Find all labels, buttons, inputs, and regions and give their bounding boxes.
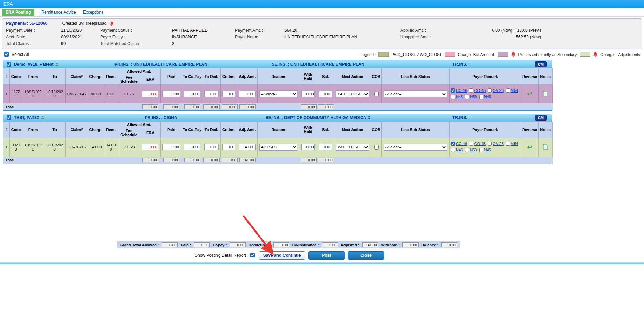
cm-button[interactable]: CM — [535, 115, 547, 121]
tab-era-posting[interactable]: ERA Posting — [2, 9, 34, 16]
payer-remark-link[interactable]: CO-45 — [474, 142, 485, 146]
payer-remark-link[interactable]: OA-23 — [493, 88, 504, 93]
cell-from: 10/19/2020 — [22, 138, 44, 157]
payer-remark-link[interactable]: N45 — [456, 148, 463, 152]
to-copay-input[interactable] — [184, 91, 200, 97]
total-era: 0.00 — [142, 104, 158, 109]
reason-select[interactable]: ADJ SFS — [259, 144, 298, 151]
payer-name-value: UNITEDHEALTHCARE EMPIRE PLAN — [284, 35, 400, 39]
cob-checkbox[interactable] — [374, 145, 379, 150]
payer-remark-checkbox[interactable] — [451, 142, 455, 146]
tab-remittance-advice[interactable]: Remittance Advice — [41, 10, 76, 16]
post-button[interactable]: Post — [308, 251, 345, 260]
claim-select-checkbox[interactable] — [7, 62, 11, 67]
payer-remark-checkbox[interactable] — [469, 142, 473, 146]
adj-amt-input[interactable] — [239, 144, 256, 150]
col-header-era: ERA — [140, 128, 161, 138]
summary-coinsurance-label: Co-Insurance : — [292, 243, 319, 247]
payer-remark-checkbox[interactable] — [469, 88, 473, 93]
adj-amt-input[interactable] — [239, 91, 256, 97]
era-input[interactable] — [142, 144, 158, 150]
payer-remark-checkbox[interactable] — [488, 88, 492, 93]
next-action-select[interactable]: PAID_CLOSE — [336, 90, 369, 97]
total-label: Total — [3, 157, 140, 164]
claim-header: TEST, PAT32 PR.INS. : CIGNA SE.INS. : DE… — [3, 114, 552, 122]
acct-date-label: Acct. Date : — [6, 35, 61, 39]
era-input[interactable] — [142, 91, 158, 97]
paid-input[interactable] — [162, 144, 180, 150]
co-ins-input[interactable] — [222, 91, 236, 97]
payer-remark-checkbox[interactable] — [479, 148, 483, 152]
col-header-payer-remark: Payer Remark — [450, 122, 521, 138]
bal-input[interactable] — [319, 91, 333, 97]
show-report-checkbox[interactable] — [250, 253, 255, 257]
payer-remark-link[interactable]: CO-16 — [456, 142, 467, 146]
tab-exceptions[interactable]: Exceptions — [83, 10, 104, 16]
reason-select[interactable]: --Select-- — [259, 90, 298, 97]
save-and-continue-button[interactable]: Save and Continue — [259, 251, 305, 260]
payer-remark-checkbox[interactable] — [506, 142, 510, 146]
payer-remark-checkbox[interactable] — [465, 95, 469, 99]
secondary-insurance-label: SE.INS. : DEPT OF COMMUNITY HLTH GA MEDI… — [227, 115, 409, 120]
to-copay-input[interactable] — [184, 144, 200, 150]
next-action-select[interactable]: WO_CLOSE — [336, 144, 369, 151]
notes-icon[interactable] — [543, 91, 548, 96]
with-hold-input[interactable] — [301, 144, 315, 150]
line-sub-status-select[interactable]: --Select-- — [384, 144, 447, 151]
col-header-charge: Charge — [88, 122, 104, 138]
to-ded-input[interactable] — [204, 91, 219, 97]
payer-remark-checkbox[interactable] — [451, 88, 455, 93]
payer-remark-checkbox[interactable] — [488, 142, 492, 146]
col-header-claim: Claim# — [66, 122, 88, 138]
col-header-allowed: Allowed Amt. — [118, 122, 161, 128]
line-sub-status-select[interactable]: --Select-- — [384, 90, 447, 97]
payer-remark-checkbox[interactable] — [479, 95, 483, 99]
summary-adjusted-value: 141.00 — [362, 242, 378, 247]
grand-total-allowed-label: Grand Total Allowed : — [120, 243, 159, 247]
reverse-icon[interactable]: ↩ — [527, 90, 532, 97]
payer-remark-link[interactable]: N45 — [456, 95, 463, 99]
with-hold-input[interactable] — [301, 91, 315, 97]
payment-date-label: Payment Date : — [6, 28, 61, 33]
payer-remark-link[interactable]: CO-16 — [456, 88, 467, 93]
notes-icon[interactable] — [543, 144, 548, 150]
total-bal: 0.00 — [318, 104, 334, 109]
payer-remark-link[interactable]: M54 — [511, 88, 518, 93]
cell-claim-no: PML-11647 — [66, 85, 88, 103]
col-header-num: # — [3, 122, 10, 138]
payer-remark-checkbox[interactable] — [451, 148, 455, 152]
col-header-code: Code — [10, 68, 22, 85]
cm-button[interactable]: CM — [535, 61, 547, 67]
payer-remark-link[interactable]: N59 — [470, 95, 477, 99]
total-paid: 0.00 — [163, 104, 179, 109]
payer-remark-link[interactable]: N45 — [484, 95, 491, 99]
cell-fee-schedule: 51.75 — [118, 85, 140, 103]
grand-total-allowed-value: 0.00 — [162, 242, 178, 247]
col-header-to-copay: To Co-Pay — [182, 68, 202, 85]
col-header-notes: Notes — [539, 68, 553, 85]
paid-input[interactable] — [162, 91, 180, 97]
payer-remark-link[interactable]: OA-23 — [493, 142, 504, 146]
claim-select-checkbox[interactable] — [7, 115, 11, 120]
col-header-bal: Bal. — [317, 68, 334, 85]
to-ded-input[interactable] — [204, 144, 219, 150]
total-claims-label: Total Claims : — [6, 41, 61, 46]
claim-total-row: Total 0.00 0.00 0.00 0.00 0.0 141.00 0.0… — [3, 157, 553, 164]
co-ins-input[interactable] — [222, 144, 236, 150]
payer-remark-link[interactable]: M54 — [511, 142, 518, 146]
payer-remark-link[interactable]: CO-45 — [474, 88, 485, 93]
cob-checkbox[interactable] — [374, 92, 379, 96]
payer-remark-checkbox[interactable] — [506, 88, 510, 93]
select-all-checkbox[interactable] — [4, 52, 9, 57]
col-header-reverse: Reverse — [521, 122, 539, 138]
col-header-reason: Reason — [258, 68, 299, 85]
col-header-line-sub-status: Line Sub Status — [382, 68, 450, 85]
payer-remark-link[interactable]: N45 — [484, 148, 491, 152]
cell-claim-no: 316-16216 — [66, 138, 88, 157]
payer-remark-link[interactable]: N59 — [470, 148, 477, 152]
payer-remark-checkbox[interactable] — [451, 95, 455, 99]
payer-remark-checkbox[interactable] — [465, 148, 469, 152]
reverse-icon[interactable]: ↩ — [527, 144, 532, 151]
close-button[interactable]: Close — [348, 251, 384, 260]
bal-input[interactable] — [319, 144, 333, 150]
